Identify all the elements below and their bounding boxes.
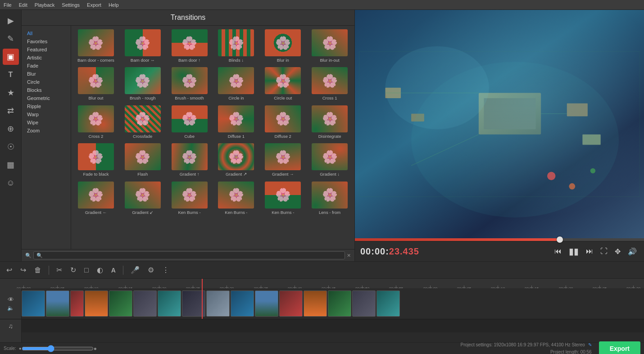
transition-item-17[interactable]: 🌸 Diffuse 2 bbox=[260, 104, 306, 141]
menu-playback[interactable]: Playback bbox=[35, 2, 55, 8]
play-pause-button[interactable]: ▮▮ bbox=[567, 244, 581, 259]
transition-item-7[interactable]: 🌸 Blur out bbox=[73, 65, 119, 102]
text-button[interactable]: A bbox=[109, 265, 118, 276]
timeline-clip-9[interactable] bbox=[231, 290, 254, 317]
timeline-clip-14[interactable] bbox=[352, 290, 376, 317]
transition-item-8[interactable]: 🌸 Brush - rough bbox=[120, 65, 166, 102]
timeline-clip-4[interactable] bbox=[109, 290, 132, 317]
timeline-clip-13[interactable] bbox=[328, 290, 351, 317]
expand-icon[interactable]: ✥ bbox=[613, 245, 622, 258]
transition-item-26[interactable]: 🌸 Gradient ↙ bbox=[120, 180, 166, 217]
category-artistic[interactable]: Artistic bbox=[23, 54, 69, 62]
crop-button[interactable]: □ bbox=[82, 264, 91, 276]
category-wipe[interactable]: Wipe bbox=[23, 118, 69, 127]
timeline-clip-5[interactable] bbox=[133, 290, 157, 317]
transition-item-14[interactable]: 🌸 Crossfade bbox=[120, 104, 166, 141]
category-zoom[interactable]: Zoom bbox=[23, 127, 69, 135]
delete-button[interactable]: 🗑 bbox=[32, 264, 44, 276]
timeline-clip-2[interactable] bbox=[70, 290, 84, 317]
transition-item-10[interactable]: 🌸 Circle in bbox=[213, 65, 259, 102]
transition-item-29[interactable]: 🌸 Ken Burns - bbox=[260, 180, 306, 217]
transition-item-1[interactable]: 🌸 Barn door - corners bbox=[73, 27, 119, 64]
sidebar-icon-effects[interactable]: ★ bbox=[3, 85, 19, 101]
search-input[interactable] bbox=[33, 251, 345, 259]
sidebar-icon-user[interactable]: ☺ bbox=[3, 175, 19, 191]
transition-item-24[interactable]: 🌸 Gradient ↓ bbox=[307, 141, 353, 178]
rotate-button[interactable]: ↻ bbox=[68, 264, 79, 276]
transition-item-20[interactable]: 🌸 Flash bbox=[120, 141, 166, 178]
transition-item-30[interactable]: 🌸 Lens - from bbox=[307, 180, 353, 217]
track-eye-icon[interactable]: 👁 bbox=[8, 296, 14, 303]
timeline-clip-12[interactable] bbox=[304, 290, 327, 317]
transition-item-25[interactable]: 🌸 Gradient ← bbox=[73, 180, 119, 217]
transition-item-27[interactable]: 🌸 Ken Burns - bbox=[167, 180, 213, 217]
category-featured[interactable]: Featured bbox=[23, 45, 69, 54]
menu-help[interactable]: Help bbox=[109, 2, 119, 8]
sidebar-icon-zoom[interactable]: ⊕ bbox=[3, 121, 19, 137]
transition-item-4[interactable]: 🌸 Blinds ↓ bbox=[213, 27, 259, 64]
audio-button[interactable]: 🎤 bbox=[128, 264, 142, 276]
volume-icon[interactable]: 🔊 bbox=[626, 245, 639, 258]
edit-settings-icon[interactable]: ✎ bbox=[588, 342, 592, 347]
scale-slider[interactable] bbox=[22, 345, 94, 352]
progress-bar[interactable] bbox=[355, 238, 644, 241]
menu-file[interactable]: File bbox=[4, 2, 12, 8]
timeline-clip-1[interactable] bbox=[46, 290, 69, 317]
sidebar-icon-overlay[interactable]: ▦ bbox=[3, 157, 19, 173]
settings-button[interactable]: ⚙ bbox=[145, 264, 157, 276]
fullscreen-icon[interactable]: ⛶ bbox=[599, 245, 609, 257]
transition-item-22[interactable]: 🌸 Gradient ↗ bbox=[213, 141, 259, 178]
export-button[interactable]: Export bbox=[599, 341, 640, 354]
undo-button[interactable]: ↩ bbox=[4, 264, 15, 276]
sidebar-icon-video[interactable]: ▶ bbox=[3, 13, 19, 29]
transition-item-13[interactable]: 🌸 Cross 2 bbox=[73, 104, 119, 141]
transition-item-12[interactable]: 🌸 Cross 1 bbox=[307, 65, 353, 102]
menu-export[interactable]: Export bbox=[87, 2, 101, 8]
category-geometric[interactable]: Geometric bbox=[23, 94, 69, 102]
transition-item-15[interactable]: 🌸 Cube bbox=[167, 104, 213, 141]
sidebar-icon-transitions[interactable]: ▣ bbox=[3, 49, 19, 65]
timeline-clip-8[interactable] bbox=[206, 290, 230, 317]
category-blur[interactable]: Blur bbox=[23, 70, 69, 78]
skip-end-button[interactable]: ⏭ bbox=[584, 245, 595, 257]
category-blocks[interactable]: Blocks bbox=[23, 86, 69, 94]
timeline-clip-10[interactable] bbox=[255, 290, 278, 317]
transition-item-23[interactable]: 🌸 Gradient → bbox=[260, 141, 306, 178]
transition-item-28[interactable]: 🌸 Ken Burns - bbox=[213, 180, 259, 217]
category-ripple[interactable]: Ripple bbox=[23, 102, 69, 110]
timeline-clip-6[interactable] bbox=[158, 290, 181, 317]
keyframe-button[interactable]: ⋮ bbox=[159, 264, 172, 276]
search-clear-icon[interactable]: ✕ bbox=[347, 253, 351, 259]
color-button[interactable]: ◐ bbox=[94, 264, 106, 276]
split-button[interactable]: ✂ bbox=[54, 264, 65, 276]
redo-button[interactable]: ↪ bbox=[18, 264, 29, 276]
timeline-clip-7[interactable] bbox=[182, 290, 205, 317]
menu-edit[interactable]: Edit bbox=[19, 2, 27, 8]
transition-item-3[interactable]: 🌸 Barn door ↑ bbox=[167, 27, 213, 64]
timeline-clip-3[interactable] bbox=[85, 290, 108, 317]
sidebar-icon-motion[interactable]: ⇄ bbox=[3, 103, 19, 119]
category-all[interactable]: All bbox=[23, 29, 69, 37]
timeline-clip-11[interactable] bbox=[279, 290, 303, 317]
timeline-clip-0[interactable] bbox=[22, 290, 45, 317]
transition-item-16[interactable]: 🌸 Diffuse 1 bbox=[213, 104, 259, 141]
sidebar-icon-edit[interactable]: ✎ bbox=[3, 31, 19, 47]
category-fade[interactable]: Fade bbox=[23, 62, 69, 70]
transition-item-9[interactable]: 🌸 Brush - smooth bbox=[167, 65, 213, 102]
transition-item-6[interactable]: 🌸 Blur in-out bbox=[307, 27, 353, 64]
transition-item-2[interactable]: 🌸 Barn door ↔ bbox=[120, 27, 166, 64]
category-favorites[interactable]: Favorites bbox=[23, 37, 69, 45]
skip-start-button[interactable]: ⏮ bbox=[553, 245, 563, 257]
menu-settings[interactable]: Settings bbox=[62, 2, 80, 8]
track-mute-icon[interactable]: 🔈 bbox=[7, 305, 14, 311]
transition-item-21[interactable]: 🌸 Gradient ↑ bbox=[167, 141, 213, 178]
transition-item-11[interactable]: 🌸 Circle out bbox=[260, 65, 306, 102]
sidebar-icon-text[interactable]: T bbox=[3, 67, 19, 83]
timeline-clip-15[interactable] bbox=[376, 290, 400, 317]
category-circle[interactable]: Circle bbox=[23, 78, 69, 86]
category-warp[interactable]: Warp bbox=[23, 110, 69, 118]
transition-item-18[interactable]: 🌸 Disintegrate bbox=[307, 104, 353, 141]
transition-item-19[interactable]: 🌸 Fade to black bbox=[73, 141, 119, 178]
sidebar-icon-camera[interactable]: ☉ bbox=[3, 139, 19, 155]
transition-item-5[interactable]: 🌸 Blur in bbox=[260, 27, 306, 64]
